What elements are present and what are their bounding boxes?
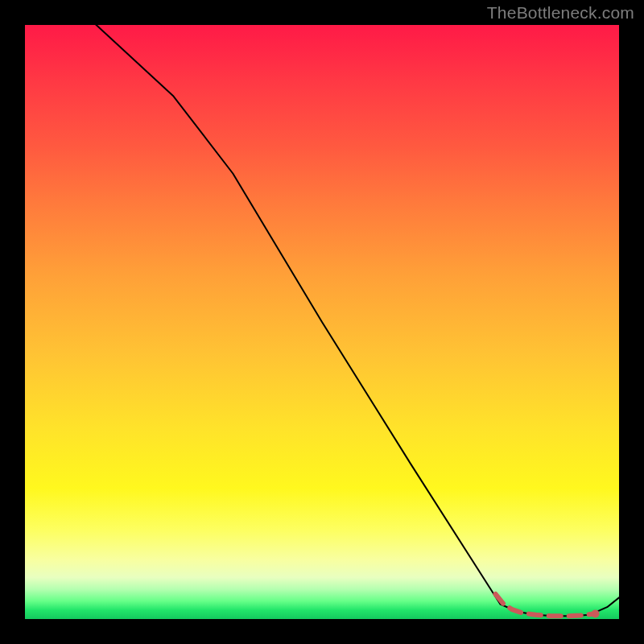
watermark-text: TheBottleneck.com [487,3,634,23]
curve-highlight [496,594,596,616]
chart-frame: TheBottleneck.com [0,0,644,644]
end-dot [592,609,600,617]
curve-main [25,0,619,616]
chart-svg [25,25,619,619]
plot-area [25,25,619,619]
